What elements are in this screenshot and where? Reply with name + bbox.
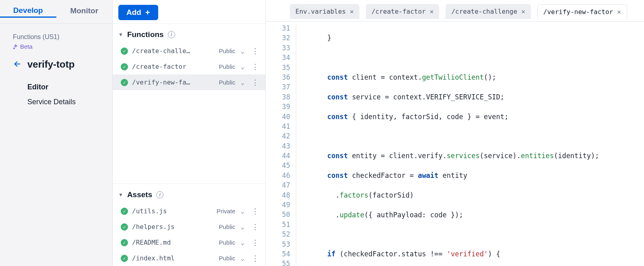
- kebab-menu-icon[interactable]: ⋮: [250, 255, 260, 262]
- visibility-label: Public: [219, 223, 235, 230]
- kebab-menu-icon[interactable]: ⋮: [250, 79, 260, 86]
- line-gutter: 3132333435363738394041424344454647484950…: [266, 23, 296, 266]
- close-icon[interactable]: ✕: [350, 8, 354, 15]
- kebab-menu-icon[interactable]: ⋮: [250, 208, 260, 215]
- tab-develop[interactable]: Develop: [0, 6, 56, 18]
- section-functions-title: Functions: [127, 30, 164, 39]
- function-item[interactable]: ✓ /create-factor Public ⌄ ⋮: [113, 59, 265, 74]
- visibility-label: Public: [219, 47, 235, 54]
- asset-item[interactable]: ✓ /README.md Public ⌄ ⋮: [113, 235, 265, 250]
- editor-tabbar: Env.variables ✕ /create-factor ✕ /create…: [266, 0, 644, 22]
- asset-item[interactable]: ✓ /helpers.js Public ⌄ ⋮: [113, 219, 265, 235]
- editor-tab[interactable]: /create-challenge ✕: [446, 4, 530, 19]
- beta-label: Beta: [20, 43, 33, 50]
- caret-down-icon: ▼: [118, 192, 123, 198]
- status-ok-icon: ✓: [121, 239, 128, 246]
- assets-list: ✓ /utils.js Private ⌄ ⋮ ✓ /helpers.js Pu…: [113, 203, 265, 266]
- caret-down-icon: ▼: [118, 32, 123, 37]
- service-title: verify-totp: [27, 59, 74, 70]
- close-icon[interactable]: ✕: [521, 8, 525, 15]
- sparkle-icon: [13, 44, 19, 49]
- context-label: Functions (US1): [13, 33, 104, 41]
- tab-monitor[interactable]: Monitor: [56, 6, 113, 17]
- info-icon[interactable]: i: [156, 191, 163, 198]
- editor-tab[interactable]: Env.variables ✕: [290, 4, 359, 19]
- editor-tab-label: Env.variables: [295, 8, 346, 15]
- status-ok-icon: ✓: [121, 63, 128, 70]
- close-icon[interactable]: ✕: [617, 8, 621, 16]
- back-arrow-icon[interactable]: [13, 60, 22, 70]
- file-name: /index.html: [132, 254, 215, 262]
- visibility-label: Public: [219, 255, 235, 262]
- code-area[interactable]: } const client = context.getTwilioClient…: [296, 23, 599, 266]
- asset-item[interactable]: ✓ /index.html Public ⌄ ⋮: [113, 250, 265, 266]
- code-editor: Env.variables ✕ /create-factor ✕ /create…: [266, 0, 644, 266]
- status-ok-icon: ✓: [121, 208, 128, 215]
- functions-list: ✓ /create-challe… Public ⌄ ⋮ ✓ /create-f…: [113, 43, 265, 90]
- plus-icon: +: [145, 8, 150, 16]
- chevron-down-icon[interactable]: ⌄: [239, 224, 246, 230]
- chevron-down-icon[interactable]: ⌄: [239, 239, 246, 246]
- status-ok-icon: ✓: [121, 223, 128, 231]
- kebab-menu-icon[interactable]: ⋮: [250, 47, 260, 55]
- asset-item[interactable]: ✓ /utils.js Private ⌄ ⋮: [113, 203, 265, 219]
- status-ok-icon: ✓: [121, 47, 128, 55]
- sidebar: Develop Monitor Functions (US1) Beta: [0, 0, 113, 266]
- editor-tab-label: /create-challenge: [451, 8, 517, 15]
- visibility-label: Public: [219, 239, 235, 246]
- file-name: /verify-new-fa…: [132, 78, 215, 86]
- kebab-menu-icon[interactable]: ⋮: [250, 63, 260, 70]
- function-item[interactable]: ✓ /verify-new-fa… Public ⌄ ⋮: [113, 74, 265, 90]
- section-assets-header[interactable]: ▼ Assets i: [113, 184, 265, 203]
- chevron-down-icon[interactable]: ⌄: [239, 255, 246, 262]
- chevron-down-icon[interactable]: ⌄: [239, 208, 246, 214]
- section-assets-title: Assets: [127, 190, 152, 199]
- file-name: /utils.js: [132, 207, 213, 215]
- nav-service-details[interactable]: Service Details: [13, 95, 104, 109]
- add-button[interactable]: Add +: [118, 5, 158, 20]
- section-functions-header[interactable]: ▼ Functions i: [113, 23, 265, 43]
- visibility-label: Public: [219, 63, 235, 70]
- kebab-menu-icon[interactable]: ⋮: [250, 223, 260, 231]
- chevron-down-icon[interactable]: ⌄: [239, 64, 246, 70]
- kebab-menu-icon[interactable]: ⋮: [250, 239, 260, 246]
- info-icon[interactable]: i: [168, 31, 175, 38]
- chevron-down-icon[interactable]: ⌄: [239, 79, 246, 86]
- beta-badge: Beta: [13, 43, 33, 50]
- editor-tab-label: /verify-new-factor: [543, 8, 613, 16]
- status-ok-icon: ✓: [121, 79, 128, 86]
- add-button-label: Add: [126, 8, 141, 17]
- file-name: /README.md: [132, 239, 215, 246]
- editor-tab-label: /create-factor: [372, 8, 426, 15]
- file-name: /create-challe…: [132, 47, 215, 55]
- visibility-label: Public: [219, 79, 235, 86]
- status-ok-icon: ✓: [121, 255, 128, 262]
- close-icon[interactable]: ✕: [430, 8, 434, 15]
- explorer: Add + ▼ Functions i ✓ /create-challe… Pu…: [113, 0, 266, 266]
- file-name: /create-factor: [132, 63, 215, 70]
- function-item[interactable]: ✓ /create-challe… Public ⌄ ⋮: [113, 43, 265, 59]
- chevron-down-icon[interactable]: ⌄: [239, 48, 246, 54]
- nav-editor[interactable]: Editor: [13, 80, 104, 95]
- file-name: /helpers.js: [132, 223, 215, 231]
- visibility-label: Private: [217, 208, 235, 214]
- editor-tab[interactable]: /verify-new-factor ✕: [537, 4, 627, 19]
- editor-tab[interactable]: /create-factor ✕: [366, 4, 440, 19]
- sidebar-tabs: Develop Monitor: [0, 0, 112, 23]
